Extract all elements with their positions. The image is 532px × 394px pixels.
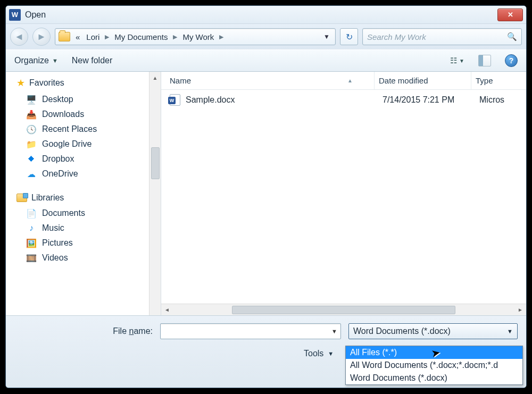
column-type[interactable]: Type	[471, 72, 526, 89]
view-icon: ☷	[450, 56, 457, 65]
star-icon: ★	[16, 77, 25, 89]
music-icon: ♪	[26, 224, 37, 232]
chevron-right-icon: ▶	[105, 33, 109, 40]
body: ★ Favorites 🖥️Desktop 📥Downloads 🕓Recent…	[6, 72, 526, 315]
folder-icon	[59, 32, 70, 41]
file-name: Sample.docx	[186, 95, 383, 105]
close-icon: ✕	[508, 11, 513, 19]
videos-icon: 🎞️	[26, 254, 37, 262]
favorites-header[interactable]: ★ Favorites	[16, 77, 159, 89]
recent-icon: 🕓	[26, 125, 37, 133]
file-date: 7/14/2015 7:21 PM	[383, 95, 479, 105]
column-name[interactable]: Name ▲	[161, 76, 374, 85]
file-row[interactable]: Sample.docx 7/14/2015 7:21 PM Micros	[161, 90, 526, 110]
sidebar-item-videos[interactable]: 🎞️Videos	[16, 250, 159, 265]
sidebar-item-documents[interactable]: 📄Documents	[16, 206, 159, 221]
filetype-options-list: All Files (*.*) All Word Documents (*.do…	[345, 346, 523, 385]
filetype-option[interactable]: All Files (*.*)	[346, 346, 522, 359]
scroll-thumb[interactable]	[151, 147, 160, 179]
search-placeholder: Search My Work	[367, 32, 426, 41]
arrow-left-icon: ◄	[14, 31, 24, 43]
word-app-icon: W	[9, 9, 21, 21]
scroll-right-icon[interactable]: ►	[514, 307, 526, 313]
sidebar-scrollbar[interactable]: ▲	[149, 72, 161, 315]
sidebar: ★ Favorites 🖥️Desktop 📥Downloads 🕓Recent…	[6, 72, 161, 315]
search-input[interactable]: Search My Work 🔍	[362, 28, 522, 45]
view-options-button[interactable]: ☷ ▼	[450, 56, 464, 65]
filetype-dropdown[interactable]: Word Documents (*.docx) ▼	[348, 323, 518, 339]
forward-button[interactable]: ►	[32, 28, 51, 46]
chevron-right-icon: ▶	[219, 33, 223, 40]
word-doc-icon	[170, 94, 180, 106]
breadcrumb-seg-2[interactable]: My Work	[180, 31, 216, 43]
filename-input[interactable]: ▼	[160, 323, 341, 339]
sidebar-item-music[interactable]: ♪Music	[16, 221, 159, 236]
documents-icon: 📄	[26, 209, 37, 217]
sidebar-item-recent[interactable]: 🕓Recent Places	[16, 122, 159, 137]
close-button[interactable]: ✕	[497, 9, 523, 21]
sidebar-item-desktop[interactable]: 🖥️Desktop	[16, 92, 159, 107]
chevron-down-icon: ▼	[459, 58, 464, 64]
chevron-down-icon[interactable]: ▼	[331, 328, 337, 334]
scroll-left-icon[interactable]: ◄	[161, 307, 173, 313]
dropbox-icon: ⯁	[26, 155, 37, 163]
libraries-icon	[16, 194, 27, 202]
back-button[interactable]: ◄	[10, 28, 28, 46]
drive-icon: 📁	[26, 140, 37, 148]
window-title: Open	[25, 10, 497, 20]
sidebar-item-downloads[interactable]: 📥Downloads	[16, 107, 159, 122]
navigation-row: ◄ ► « Lori ▶ My Documents ▶ My Work ▶ ▼ …	[6, 24, 526, 49]
address-dropdown[interactable]: ▼	[321, 33, 332, 40]
toolbar: Organize ▼ New folder ☷ ▼ ?	[6, 49, 526, 72]
help-button[interactable]: ?	[505, 54, 518, 67]
libraries-group: Libraries 📄Documents ♪Music 🖼️Pictures 🎞…	[16, 193, 159, 265]
onedrive-icon: ☁	[26, 170, 37, 178]
tools-button[interactable]: Tools	[304, 349, 323, 358]
open-dialog: W Open ✕ ◄ ► « Lori ▶ My Documents ▶ My …	[5, 5, 527, 388]
scroll-thumb[interactable]	[232, 306, 455, 314]
bottom-panel: File name: ▼ Word Documents (*.docx) ▼ T…	[6, 315, 526, 388]
sidebar-item-gdrive[interactable]: 📁Google Drive	[16, 137, 159, 152]
scroll-up-icon[interactable]: ▲	[149, 72, 161, 83]
downloads-icon: 📥	[26, 110, 37, 119]
filetype-selected: Word Documents (*.docx)	[353, 326, 451, 336]
filename-label: File name:	[14, 326, 153, 336]
file-list-pane: Name ▲ Date modified Type Sample.docx 7/…	[161, 72, 526, 315]
sort-asc-icon: ▲	[347, 78, 353, 83]
breadcrumb-root[interactable]: «	[73, 31, 82, 43]
titlebar: W Open ✕	[6, 6, 526, 24]
search-icon: 🔍	[507, 32, 517, 41]
desktop-icon: 🖥️	[26, 95, 37, 104]
sidebar-item-onedrive[interactable]: ☁OneDrive	[16, 166, 159, 181]
chevron-right-icon: ▶	[173, 33, 177, 40]
libraries-header[interactable]: Libraries	[16, 193, 159, 203]
column-date[interactable]: Date modified	[374, 72, 471, 89]
chevron-down-icon: ▼	[328, 350, 334, 357]
address-bar[interactable]: « Lori ▶ My Documents ▶ My Work ▶ ▼	[55, 28, 336, 45]
horizontal-scrollbar[interactable]: ◄ ►	[161, 304, 526, 315]
help-icon: ?	[509, 56, 514, 65]
new-folder-button[interactable]: New folder	[72, 56, 112, 65]
column-headers: Name ▲ Date modified Type	[161, 72, 526, 90]
chevron-down-icon: ▼	[507, 328, 513, 334]
breadcrumb-seg-1[interactable]: My Documents	[112, 31, 170, 43]
sidebar-item-dropbox[interactable]: ⯁Dropbox	[16, 152, 159, 166]
arrow-right-icon: ►	[37, 31, 46, 43]
filetype-option[interactable]: All Word Documents (*.docx;*.docm;*.d	[346, 359, 522, 372]
chevron-down-icon: ▼	[52, 57, 58, 64]
refresh-icon: ↻	[346, 32, 353, 42]
preview-pane-button[interactable]	[478, 55, 491, 66]
filetype-option[interactable]: Word Documents (*.docx)	[346, 372, 522, 384]
sidebar-item-pictures[interactable]: 🖼️Pictures	[16, 236, 159, 250]
breadcrumb-seg-0[interactable]: Lori	[84, 31, 102, 43]
pictures-icon: 🖼️	[26, 239, 37, 247]
refresh-button[interactable]: ↻	[340, 28, 358, 45]
organize-button[interactable]: Organize ▼	[14, 56, 58, 65]
favorites-group: ★ Favorites 🖥️Desktop 📥Downloads 🕓Recent…	[16, 77, 159, 181]
file-type: Micros	[479, 95, 504, 105]
